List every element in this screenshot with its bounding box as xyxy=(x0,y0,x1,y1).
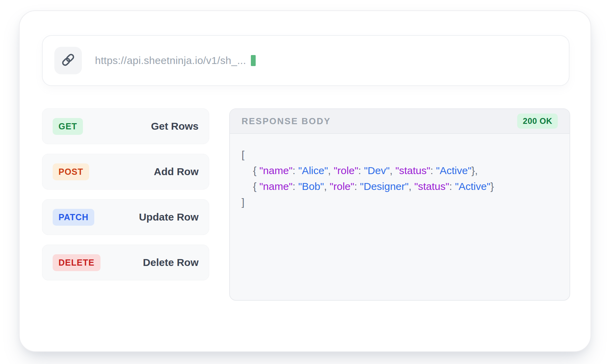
url-text[interactable]: https://api.sheetninja.io/v1/sh_... xyxy=(95,55,246,66)
response-panel: RESPONSE BODY 200 OK [ { "name": "Alice"… xyxy=(229,108,570,301)
endpoint-label: Update Row xyxy=(139,211,199,223)
endpoint-card-update-row[interactable]: PATCH Update Row xyxy=(42,199,209,235)
response-code: [ { "name": "Alice", "role": "Dev", "sta… xyxy=(242,147,558,210)
endpoint-label: Get Rows xyxy=(151,120,199,132)
response-panel-header: RESPONSE BODY 200 OK xyxy=(230,109,569,134)
url-input-bar[interactable]: https://api.sheetninja.io/v1/sh_... xyxy=(42,35,569,86)
endpoint-card-add-row[interactable]: POST Add Row xyxy=(42,154,209,190)
method-badge-delete: DELETE xyxy=(53,254,100,271)
link-icon-chip xyxy=(54,47,82,74)
method-badge-patch: PATCH xyxy=(53,209,94,226)
method-badge-get: GET xyxy=(53,118,83,135)
method-badge-post: POST xyxy=(53,163,89,180)
response-panel-body: [ { "name": "Alice", "role": "Dev", "sta… xyxy=(230,134,569,223)
endpoint-label: Add Row xyxy=(154,166,199,178)
endpoint-card-get-rows[interactable]: GET Get Rows xyxy=(42,108,209,144)
endpoint-list: GET Get Rows POST Add Row PATCH Update R… xyxy=(42,108,209,280)
text-cursor xyxy=(251,55,256,66)
link-icon xyxy=(61,52,76,69)
app-card: https://api.sheetninja.io/v1/sh_... GET … xyxy=(19,10,591,352)
endpoint-label: Delete Row xyxy=(143,257,199,268)
status-badge: 200 OK xyxy=(517,114,558,129)
endpoint-card-delete-row[interactable]: DELETE Delete Row xyxy=(42,245,209,280)
response-panel-title: RESPONSE BODY xyxy=(242,116,331,127)
